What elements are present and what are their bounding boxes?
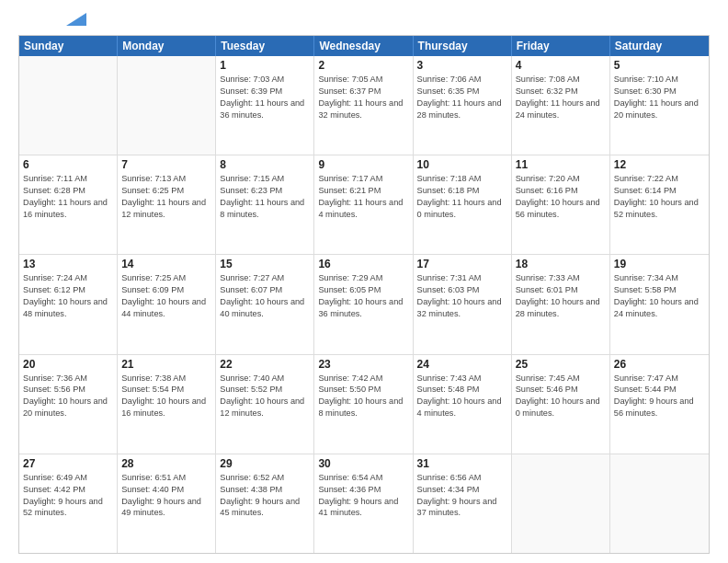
empty-cell [19, 56, 118, 155]
week-row-5: 27Sunrise: 6:49 AMSunset: 4:42 PMDayligh… [19, 454, 709, 553]
day-number: 25 [516, 358, 606, 371]
cell-text: Sunrise: 7:43 AMSunset: 5:48 PMDaylight:… [417, 373, 507, 420]
day-number: 6 [23, 158, 113, 171]
calendar: SundayMondayTuesdayWednesdayThursdayFrid… [18, 35, 710, 554]
header-cell-thursday: Thursday [414, 36, 512, 56]
calendar-page: SundayMondayTuesdayWednesdayThursdayFrid… [0, 0, 728, 563]
day-number: 13 [23, 258, 113, 270]
cell-text: Sunrise: 7:18 AMSunset: 6:18 PMDaylight:… [417, 173, 507, 221]
cell-text: Sunrise: 6:51 AMSunset: 4:40 PMDaylight:… [121, 472, 211, 520]
day-number: 8 [220, 158, 310, 171]
day-cell-5: 5Sunrise: 7:10 AMSunset: 6:30 PMDaylight… [610, 56, 709, 155]
day-cell-10: 10Sunrise: 7:18 AMSunset: 6:18 PMDayligh… [414, 155, 512, 254]
cell-text: Sunrise: 7:06 AMSunset: 6:35 PMDaylight:… [417, 74, 507, 121]
day-cell-13: 13Sunrise: 7:24 AMSunset: 6:12 PMDayligh… [19, 255, 118, 353]
cell-text: Sunrise: 6:49 AMSunset: 4:42 PMDaylight:… [23, 472, 113, 520]
header-cell-tuesday: Tuesday [216, 36, 314, 56]
cell-text: Sunrise: 7:27 AMSunset: 6:07 PMDaylight:… [220, 272, 310, 320]
cell-text: Sunrise: 7:13 AMSunset: 6:25 PMDaylight:… [121, 173, 211, 221]
header [18, 15, 710, 26]
day-cell-7: 7Sunrise: 7:13 AMSunset: 6:25 PMDaylight… [118, 155, 216, 254]
day-cell-22: 22Sunrise: 7:40 AMSunset: 5:52 PMDayligh… [216, 355, 314, 454]
cell-text: Sunrise: 7:31 AMSunset: 6:03 PMDaylight:… [417, 272, 507, 320]
day-cell-11: 11Sunrise: 7:20 AMSunset: 6:16 PMDayligh… [512, 155, 610, 254]
day-cell-14: 14Sunrise: 7:25 AMSunset: 6:09 PMDayligh… [118, 255, 216, 353]
day-cell-2: 2Sunrise: 7:05 AMSunset: 6:37 PMDaylight… [314, 56, 413, 155]
day-number: 24 [417, 358, 507, 371]
day-number: 28 [121, 457, 211, 470]
day-number: 2 [318, 59, 408, 72]
calendar-body: 1Sunrise: 7:03 AMSunset: 6:39 PMDaylight… [19, 56, 709, 553]
day-number: 1 [220, 59, 310, 72]
day-cell-19: 19Sunrise: 7:34 AMSunset: 5:58 PMDayligh… [610, 255, 709, 353]
day-cell-4: 4Sunrise: 7:08 AMSunset: 6:32 PMDaylight… [512, 56, 610, 155]
cell-text: Sunrise: 7:24 AMSunset: 6:12 PMDaylight:… [23, 272, 113, 320]
day-cell-17: 17Sunrise: 7:31 AMSunset: 6:03 PMDayligh… [414, 255, 512, 353]
day-cell-18: 18Sunrise: 7:33 AMSunset: 6:01 PMDayligh… [512, 255, 610, 353]
cell-text: Sunrise: 7:38 AMSunset: 5:54 PMDaylight:… [121, 373, 211, 420]
logo-arrow-icon [66, 13, 86, 26]
day-number: 5 [614, 59, 705, 72]
day-number: 26 [614, 358, 705, 371]
day-cell-30: 30Sunrise: 6:54 AMSunset: 4:36 PMDayligh… [314, 454, 413, 553]
day-cell-27: 27Sunrise: 6:49 AMSunset: 4:42 PMDayligh… [19, 454, 118, 553]
day-cell-9: 9Sunrise: 7:17 AMSunset: 6:21 PMDaylight… [314, 155, 413, 254]
header-cell-saturday: Saturday [610, 36, 709, 56]
day-cell-8: 8Sunrise: 7:15 AMSunset: 6:23 PMDaylight… [216, 155, 314, 254]
header-cell-monday: Monday [118, 36, 216, 56]
day-number: 29 [220, 457, 310, 470]
cell-text: Sunrise: 7:36 AMSunset: 5:56 PMDaylight:… [23, 373, 113, 420]
empty-cell [512, 454, 610, 553]
cell-text: Sunrise: 7:15 AMSunset: 6:23 PMDaylight:… [220, 173, 310, 221]
day-number: 30 [318, 457, 408, 470]
day-number: 21 [121, 358, 211, 371]
day-number: 9 [318, 158, 408, 171]
day-number: 12 [614, 158, 705, 171]
cell-text: Sunrise: 7:17 AMSunset: 6:21 PMDaylight:… [318, 173, 408, 221]
empty-cell [118, 56, 216, 155]
day-number: 7 [121, 158, 211, 171]
cell-text: Sunrise: 7:10 AMSunset: 6:30 PMDaylight:… [614, 74, 705, 121]
cell-text: Sunrise: 6:54 AMSunset: 4:36 PMDaylight:… [318, 472, 408, 520]
cell-text: Sunrise: 7:45 AMSunset: 5:46 PMDaylight:… [516, 373, 606, 420]
day-number: 20 [23, 358, 113, 371]
day-cell-3: 3Sunrise: 7:06 AMSunset: 6:35 PMDaylight… [414, 56, 512, 155]
day-cell-6: 6Sunrise: 7:11 AMSunset: 6:28 PMDaylight… [19, 155, 118, 254]
week-row-4: 20Sunrise: 7:36 AMSunset: 5:56 PMDayligh… [19, 354, 709, 454]
day-number: 3 [417, 59, 507, 72]
day-cell-20: 20Sunrise: 7:36 AMSunset: 5:56 PMDayligh… [19, 355, 118, 454]
day-cell-31: 31Sunrise: 6:56 AMSunset: 4:34 PMDayligh… [414, 454, 512, 553]
cell-text: Sunrise: 7:33 AMSunset: 6:01 PMDaylight:… [516, 272, 606, 320]
day-cell-25: 25Sunrise: 7:45 AMSunset: 5:46 PMDayligh… [512, 355, 610, 454]
day-number: 15 [220, 258, 310, 270]
header-cell-friday: Friday [512, 36, 610, 56]
cell-text: Sunrise: 6:52 AMSunset: 4:38 PMDaylight:… [220, 472, 310, 520]
day-cell-1: 1Sunrise: 7:03 AMSunset: 6:39 PMDaylight… [216, 56, 314, 155]
day-number: 14 [121, 258, 211, 270]
day-number: 4 [516, 59, 606, 72]
day-cell-15: 15Sunrise: 7:27 AMSunset: 6:07 PMDayligh… [216, 255, 314, 353]
cell-text: Sunrise: 6:56 AMSunset: 4:34 PMDaylight:… [417, 472, 507, 520]
day-number: 23 [318, 358, 408, 371]
day-cell-24: 24Sunrise: 7:43 AMSunset: 5:48 PMDayligh… [414, 355, 512, 454]
logo [18, 15, 86, 26]
cell-text: Sunrise: 7:29 AMSunset: 6:05 PMDaylight:… [318, 272, 408, 320]
cell-text: Sunrise: 7:20 AMSunset: 6:16 PMDaylight:… [516, 173, 606, 221]
week-row-1: 1Sunrise: 7:03 AMSunset: 6:39 PMDaylight… [19, 56, 709, 155]
day-cell-12: 12Sunrise: 7:22 AMSunset: 6:14 PMDayligh… [610, 155, 709, 254]
day-number: 27 [23, 457, 113, 470]
cell-text: Sunrise: 7:11 AMSunset: 6:28 PMDaylight:… [23, 173, 113, 221]
day-number: 19 [614, 258, 705, 270]
cell-text: Sunrise: 7:03 AMSunset: 6:39 PMDaylight:… [220, 74, 310, 121]
day-cell-21: 21Sunrise: 7:38 AMSunset: 5:54 PMDayligh… [118, 355, 216, 454]
day-cell-26: 26Sunrise: 7:47 AMSunset: 5:44 PMDayligh… [610, 355, 709, 454]
day-number: 22 [220, 358, 310, 371]
day-cell-16: 16Sunrise: 7:29 AMSunset: 6:05 PMDayligh… [314, 255, 413, 353]
day-number: 10 [417, 158, 507, 171]
day-number: 17 [417, 258, 507, 270]
cell-text: Sunrise: 7:42 AMSunset: 5:50 PMDaylight:… [318, 373, 408, 420]
cell-text: Sunrise: 7:47 AMSunset: 5:44 PMDaylight:… [614, 373, 705, 420]
cell-text: Sunrise: 7:22 AMSunset: 6:14 PMDaylight:… [614, 173, 705, 221]
week-row-3: 13Sunrise: 7:24 AMSunset: 6:12 PMDayligh… [19, 254, 709, 353]
empty-cell [610, 454, 709, 553]
